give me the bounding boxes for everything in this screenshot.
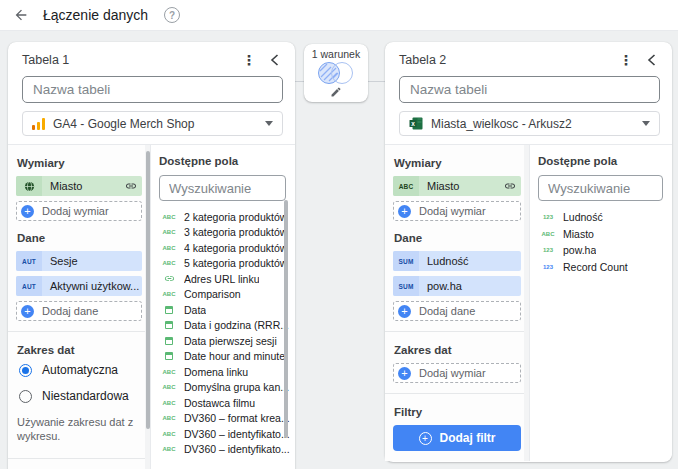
field-label: Record Count	[563, 261, 628, 273]
radio-selected-icon[interactable]	[19, 364, 32, 377]
metric-chip[interactable]: AUT Sesje	[16, 251, 142, 271]
table1-config-panel: Wymiary Miasto + Dodaj wymiar	[8, 145, 150, 469]
table2-header: Tabela 2 ⋮ x Miasta_wielkosc - Arkusz2	[385, 42, 672, 144]
metric-chip-label: Sesje	[42, 251, 142, 271]
field-item[interactable]: DV360 – format krea...	[151, 411, 295, 427]
add-date-dimension-button[interactable]: + Dodaj wymiar	[393, 363, 521, 383]
caret-down-icon	[642, 121, 650, 126]
table2-source-selector[interactable]: x Miasta_wielkosc - Arkusz2	[399, 111, 660, 136]
field-label: Comparison	[184, 288, 241, 300]
radio-unselected-icon[interactable]	[19, 390, 32, 403]
text-field-icon	[161, 260, 177, 266]
metric-chip[interactable]: SUM pow.ha	[393, 276, 521, 296]
field-item[interactable]: Comparison	[151, 287, 295, 303]
collapse-chevron-icon[interactable]	[642, 54, 660, 66]
field-label: 5 kategoria produktów	[184, 257, 287, 269]
text-field-icon	[161, 431, 177, 437]
table1-title: Tabela 1	[22, 53, 69, 67]
field-label: Ludność	[563, 211, 603, 223]
dimensions-heading: Wymiary	[17, 157, 142, 169]
plus-icon: +	[398, 367, 411, 380]
page-title: Łączenie danych	[43, 7, 148, 23]
plus-icon: +	[398, 305, 411, 318]
table2-title: Tabela 2	[399, 53, 446, 67]
field-item[interactable]: 2 kategoria produktów	[151, 209, 295, 225]
dimension-chip[interactable]: Miasto	[16, 176, 142, 196]
add-dimension-button[interactable]: + Dodaj wymiar	[16, 201, 142, 221]
dimension-chip[interactable]: ABC Miasto	[393, 176, 521, 196]
field-label: DV360 – format krea...	[184, 412, 290, 424]
field-item[interactable]: pow.ha	[530, 242, 672, 259]
field-item[interactable]: Ludność	[530, 209, 672, 226]
caret-down-icon	[265, 121, 273, 126]
collapse-chevron-icon[interactable]	[265, 54, 283, 66]
metric-chip[interactable]: AUT Aktywni użytkow...	[16, 276, 142, 296]
field-list: Ludność Miasto pow.ha Record Count	[530, 209, 672, 275]
field-item[interactable]: Data pierwszej sesji	[151, 333, 295, 349]
field-label: Adres URL linku	[184, 273, 259, 285]
add-filter-button[interactable]: + Dodaj filtr	[393, 425, 521, 451]
text-field-icon	[161, 415, 177, 421]
field-item[interactable]: Data	[151, 302, 295, 318]
date-range-option-auto[interactable]: Automatyczna	[19, 363, 142, 377]
scrollbar-thumb[interactable]	[284, 200, 288, 438]
add-dimension-button[interactable]: + Dodaj wymiar	[393, 201, 521, 221]
field-label: DV360 – identyfikato...	[184, 443, 290, 455]
plus-icon: +	[398, 205, 411, 218]
field-item[interactable]: Adres URL linku	[151, 271, 295, 287]
field-item[interactable]: Dostawca filmu	[151, 395, 295, 411]
field-item[interactable]: Miasto	[530, 226, 672, 243]
field-item[interactable]: Data i godzina (RRR...	[151, 318, 295, 334]
field-item[interactable]: DV360 – identyfikato...	[151, 442, 295, 458]
metrics-heading: Dane	[394, 232, 521, 244]
dimension-chip-label: Miasto	[419, 176, 502, 196]
field-label: Data pierwszej sesji	[184, 335, 277, 347]
table2-name-input[interactable]	[399, 76, 660, 103]
field-item[interactable]: DV360 – identyfikato...	[151, 426, 295, 442]
join-config-card[interactable]: 1 warunek	[304, 44, 368, 102]
add-metric-button[interactable]: + Dodaj dane	[16, 301, 142, 321]
field-item[interactable]: 5 kategoria produktów	[151, 256, 295, 272]
kebab-menu-icon[interactable]: ⋮	[618, 52, 634, 68]
table1-source-selector[interactable]: GA4 - Google Merch Shop	[22, 111, 283, 136]
top-bar: Łączenie danych ?	[0, 0, 678, 31]
field-item[interactable]: Domyślna grupa kan...	[151, 380, 295, 396]
record-count-field-icon	[540, 264, 556, 270]
metric-chip[interactable]: SUM Ludność	[393, 251, 521, 271]
metric-chip-label: Aktywni użytkow...	[42, 276, 142, 296]
add-metric-label: Dodaj dane	[42, 305, 98, 317]
date-range-note: Używanie zakresu dat z wykresu.	[17, 415, 135, 444]
field-item[interactable]: Record Count	[530, 259, 672, 276]
field-search-input[interactable]	[538, 175, 663, 201]
field-search-input[interactable]	[159, 175, 286, 201]
field-label: Data	[184, 304, 206, 316]
table2-available-fields-panel: Dostępne pola Ludność Miasto pow.ha Reco…	[529, 145, 672, 461]
add-metric-button[interactable]: + Dodaj dane	[393, 301, 521, 321]
date-field-icon	[161, 306, 177, 314]
text-field-icon	[161, 245, 177, 251]
field-item[interactable]: Domena linku	[151, 364, 295, 380]
field-item[interactable]: 3 kategoria produktów	[151, 225, 295, 241]
svg-text:x: x	[411, 120, 415, 127]
field-label: Domyślna grupa kan...	[184, 381, 289, 393]
field-label: 2 kategoria produktów	[184, 211, 287, 223]
table1-name-input[interactable]	[22, 76, 283, 103]
help-icon[interactable]: ?	[164, 7, 180, 23]
scrollbar-thumb[interactable]	[146, 151, 150, 429]
back-arrow-icon[interactable]	[13, 6, 31, 24]
number-field-icon	[540, 247, 556, 253]
table1-available-fields-panel: Dostępne pola 2 kategoria produktów 3 ka…	[150, 145, 295, 469]
text-field-icon	[161, 229, 177, 235]
available-fields-heading: Dostępne pola	[159, 155, 287, 167]
date-field-icon	[161, 337, 177, 345]
url-field-icon	[161, 273, 177, 284]
join-connector-right	[368, 81, 385, 82]
date-range-option-custom[interactable]: Niestandardowa	[19, 389, 142, 403]
text-field-icon	[540, 231, 556, 237]
field-item[interactable]: Date hour and minute	[151, 349, 295, 365]
field-item[interactable]: 4 kategoria produktów	[151, 240, 295, 256]
kebab-menu-icon[interactable]: ⋮	[241, 52, 257, 68]
table1-header: Tabela 1 ⋮ GA4 - Google Merch Shop	[8, 42, 295, 144]
edit-pencil-icon[interactable]	[330, 86, 342, 98]
date-field-icon	[161, 352, 177, 360]
